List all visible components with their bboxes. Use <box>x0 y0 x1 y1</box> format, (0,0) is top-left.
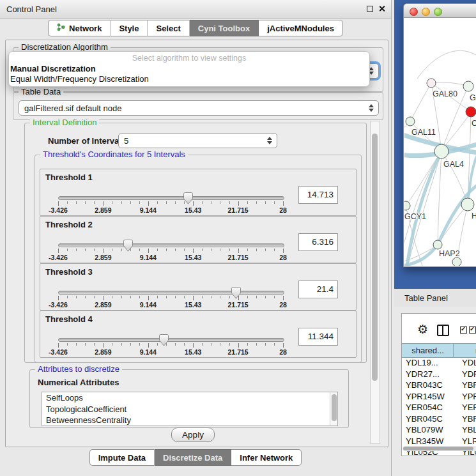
threshold-3-value-field[interactable]: 21.4 <box>298 280 338 298</box>
tab-discretize-data[interactable]: Discretize Data <box>155 449 231 466</box>
table-cell[interactable]: YBL079W <box>406 424 443 436</box>
minimize-traffic-light-icon[interactable] <box>422 8 430 16</box>
app-window: Control Panel Network Style Select Cyni … <box>0 0 476 476</box>
content-scrollbar[interactable] <box>370 121 380 444</box>
table-cell[interactable]: YBR045C <box>406 413 443 425</box>
list-item[interactable]: BetweennessCentrality <box>42 415 337 426</box>
tick-label: 2.859 <box>95 254 111 261</box>
network-canvas[interactable]: GAL80 GA C GAL11 GAL4 GCY1 H HAP2 <box>403 18 476 267</box>
tab-jactivemnodules[interactable]: jActiveMNodules <box>259 20 343 36</box>
table-cell[interactable]: YDR27... <box>406 369 440 380</box>
slider-thumb[interactable] <box>231 287 241 299</box>
network-node-gal4[interactable] <box>434 144 449 158</box>
threshold-2-slider[interactable]: -3.426 2.859 9.144 15.43 21.715 28 <box>58 240 283 261</box>
table-row[interactable]: YBR043CYBR0 <box>402 380 476 391</box>
threshold-1-value-field[interactable]: 14.713 <box>298 186 338 204</box>
float-window-icon[interactable] <box>367 6 373 12</box>
scrollbar-thumb[interactable] <box>403 447 473 450</box>
popup-option-equal-width[interactable]: Equal Width/Frequency Discretization <box>10 74 149 84</box>
table-cell[interactable]: YLR345W <box>406 436 443 447</box>
table-row[interactable]: YDR27...YDR2 <box>402 369 476 380</box>
popup-hint: Select algorithm to view settings <box>9 54 369 63</box>
table-panel-body: ⚙ shared... na YDL19...YDL1 YDR27...YDR2… <box>394 307 476 476</box>
list-scrollbar[interactable] <box>330 392 337 426</box>
close-icon[interactable] <box>378 5 385 12</box>
network-node-gal11[interactable] <box>406 117 415 126</box>
threshold-2-value-field[interactable]: 6.316 <box>298 233 338 251</box>
slider-track[interactable] <box>58 291 284 295</box>
tab-style[interactable]: Style <box>111 20 148 36</box>
list-item[interactable]: TopologicalCoefficient <box>42 404 337 415</box>
slider-track[interactable] <box>58 196 284 200</box>
table-cell[interactable]: YBR0 <box>462 380 476 391</box>
bottom-tab-bar: Impute Data Discretize Data Infer Networ… <box>0 449 391 466</box>
table-row[interactable]: YBR045CYBR0 <box>402 413 476 425</box>
scrollbar-thumb[interactable] <box>372 134 378 381</box>
network-node-hap2[interactable] <box>433 240 442 249</box>
threshold-3-slider[interactable]: -3.426 2.859 9.144 15.43 21.715 28 <box>58 287 283 309</box>
maximize-traffic-light-icon[interactable] <box>434 8 442 16</box>
tab-label: Network <box>69 24 102 33</box>
tab-infer-network[interactable]: Infer Network <box>231 449 302 466</box>
table-row[interactable]: YDL19...YDL1 <box>402 357 476 369</box>
network-node-h[interactable] <box>461 198 474 211</box>
slider-track[interactable] <box>58 243 284 247</box>
column-header-shared[interactable]: shared... <box>403 344 454 357</box>
slider-ticks <box>58 249 284 253</box>
num-intervals-combobox[interactable]: 5 <box>118 133 277 148</box>
network-window-titlebar[interactable] <box>403 3 476 18</box>
table-cell[interactable]: YER054C <box>406 402 443 413</box>
threshold-title: Threshold 3 <box>45 267 93 277</box>
popup-option-manual[interactable]: Manual Discretization <box>10 64 96 73</box>
threshold-title: Threshold 4 <box>45 314 93 324</box>
node-label: HAP2 <box>439 249 460 258</box>
network-node-gcy1[interactable] <box>404 201 410 210</box>
table-cell[interactable]: YDR2 <box>462 369 476 380</box>
slider-thumb[interactable] <box>183 192 193 204</box>
tab-network[interactable]: Network <box>48 20 111 36</box>
slider-tick-labels: -3.426 2.859 9.144 15.43 21.715 28 <box>58 348 283 356</box>
threshold-4-value-field[interactable]: 11.344 <box>298 328 338 346</box>
table-cell[interactable]: YLR3 <box>462 436 476 447</box>
network-view-window[interactable]: GAL80 GA C GAL11 GAL4 GCY1 H HAP2 <box>403 3 476 267</box>
close-traffic-light-icon[interactable] <box>410 8 418 16</box>
group-title: Threshold's Coordinates for 5 Intervals <box>40 150 188 159</box>
table-cell[interactable]: YDL19... <box>406 357 438 369</box>
checkbox-icon[interactable] <box>469 326 476 334</box>
tab-select[interactable]: Select <box>148 20 189 36</box>
table-cell[interactable]: YBR0 <box>462 413 476 425</box>
slider-track[interactable] <box>58 338 284 342</box>
split-columns-icon[interactable] <box>437 325 449 336</box>
node-label: C <box>472 119 476 128</box>
slider-thumb[interactable] <box>123 240 133 252</box>
table-data-combobox[interactable]: galFiltered.sif default node <box>19 100 379 116</box>
scrollbar-thumb[interactable] <box>332 394 337 421</box>
table-row[interactable]: YLR345WYLR3 <box>402 436 476 447</box>
table-cell[interactable]: YPR145W <box>406 391 445 403</box>
apply-button[interactable]: Apply <box>171 427 215 442</box>
table-row[interactable]: YBL079WYBL0 <box>402 424 476 436</box>
numerical-attributes-list[interactable]: SelfLoops TopologicalCoefficient Between… <box>42 392 338 426</box>
gear-icon[interactable]: ⚙ <box>417 323 428 335</box>
table-row[interactable]: YER054CYER0 <box>402 402 476 413</box>
table-row[interactable]: YPR145WYPR1 <box>402 391 476 403</box>
threshold-4-slider[interactable]: -3.426 2.859 9.144 15.43 21.715 28 <box>58 334 283 356</box>
table-cell[interactable]: YPR1 <box>462 391 476 403</box>
network-node-ga[interactable] <box>463 81 473 91</box>
table-horizontal-scrollbar[interactable] <box>403 446 476 451</box>
network-node-bottom[interactable] <box>452 257 461 266</box>
node-label: GAL80 <box>433 89 457 98</box>
table-cell[interactable]: YDL1 <box>462 357 476 369</box>
list-item[interactable]: SelfLoops <box>42 392 337 404</box>
table-cell[interactable]: YBL0 <box>462 424 476 436</box>
column-header-name[interactable]: na <box>454 344 476 357</box>
network-node-gal80[interactable] <box>427 79 436 88</box>
tab-cyni-toolbox[interactable]: Cyni Toolbox <box>190 20 259 36</box>
tab-impute-data[interactable]: Impute Data <box>89 449 155 466</box>
threshold-1-slider[interactable]: -3.426 2.859 9.144 15.43 21.715 28 <box>58 192 283 214</box>
network-node-red[interactable] <box>466 107 476 117</box>
checkbox-icon[interactable] <box>460 326 467 334</box>
table-cell[interactable]: YER0 <box>462 402 476 413</box>
slider-thumb[interactable] <box>159 334 169 346</box>
table-cell[interactable]: YBR043C <box>406 380 443 391</box>
